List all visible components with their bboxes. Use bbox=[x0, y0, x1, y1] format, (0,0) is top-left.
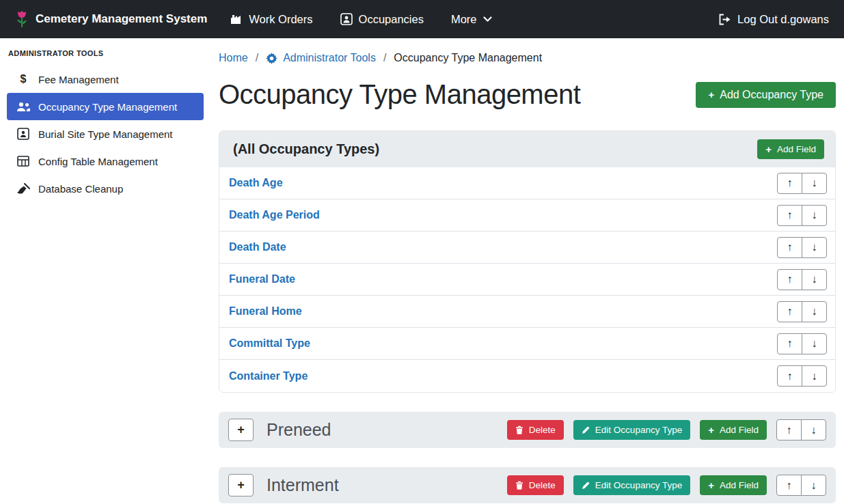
field-link[interactable]: Container Type bbox=[229, 370, 308, 382]
arrow-down-icon: ↓ bbox=[812, 370, 817, 382]
move-up-button[interactable]: ↑ bbox=[777, 301, 802, 322]
add-field-label: Add Field bbox=[777, 144, 816, 154]
section-title: Preneed bbox=[267, 420, 331, 440]
move-down-button[interactable]: ↓ bbox=[802, 237, 827, 258]
sidebar-item-label: Config Table Management bbox=[38, 156, 158, 167]
burial-site-icon bbox=[16, 128, 31, 140]
sidebar-item-occupancy-type-management[interactable]: Occupancy Type Management bbox=[7, 93, 204, 120]
sidebar-item-fee-management[interactable]: $ Fee Management bbox=[7, 66, 204, 93]
page-title: Occupancy Type Management bbox=[219, 79, 580, 110]
arrow-up-icon: ↑ bbox=[787, 177, 793, 189]
move-down-button[interactable]: ↓ bbox=[802, 173, 827, 194]
move-down-button[interactable]: ↓ bbox=[802, 333, 827, 354]
nav-item-work-orders[interactable]: Work Orders bbox=[230, 13, 312, 26]
move-up-button[interactable]: ↑ bbox=[776, 419, 802, 440]
move-up-button[interactable]: ↑ bbox=[777, 269, 802, 290]
nav-item-label: Occupancies bbox=[359, 13, 424, 26]
move-down-button[interactable]: ↓ bbox=[801, 475, 826, 496]
nav-item-occupancies[interactable]: Occupancies bbox=[340, 13, 424, 26]
add-field-button[interactable]: + Add Field bbox=[700, 475, 767, 495]
breadcrumb-separator: / bbox=[383, 52, 386, 64]
breadcrumb-current: Occupancy Type Management bbox=[394, 52, 542, 64]
sidebar: ADMINISTRATOR TOOLS $ Fee Management Occ… bbox=[0, 38, 210, 504]
add-occupancy-type-button[interactable]: + Add Occupancy Type bbox=[696, 82, 836, 108]
delete-button[interactable]: Delete bbox=[507, 420, 564, 440]
move-up-button[interactable]: ↑ bbox=[777, 333, 802, 354]
breadcrumb-admin-tools-link[interactable]: Administrator Tools bbox=[266, 52, 376, 64]
edit-occupancy-type-button[interactable]: Edit Occupancy Type bbox=[573, 420, 690, 440]
field-link[interactable]: Death Age bbox=[229, 177, 283, 189]
card-title: (All Occupancy Types) bbox=[233, 141, 379, 157]
add-field-label: Add Field bbox=[720, 425, 759, 435]
brand-link[interactable]: Cemetery Management System bbox=[15, 10, 207, 29]
arrow-up-icon: ↑ bbox=[787, 305, 793, 318]
logout-label: Log Out d.gowans bbox=[737, 13, 829, 26]
move-up-button[interactable]: ↑ bbox=[776, 475, 802, 496]
move-down-button[interactable]: ↓ bbox=[802, 205, 827, 226]
sidebar-item-database-cleanup[interactable]: Database Cleanup bbox=[7, 175, 204, 202]
move-down-button[interactable]: ↓ bbox=[802, 301, 827, 322]
pencil-icon bbox=[582, 426, 590, 434]
delete-button[interactable]: Delete bbox=[507, 475, 564, 495]
expand-button[interactable]: + bbox=[228, 474, 254, 496]
arrow-up-icon: ↑ bbox=[787, 209, 793, 221]
move-down-button[interactable]: ↓ bbox=[802, 269, 827, 290]
move-down-button[interactable]: ↓ bbox=[801, 419, 826, 440]
nav-links: Work Orders Occupancies More bbox=[230, 13, 491, 26]
arrow-up-icon: ↑ bbox=[787, 424, 792, 436]
plus-icon: + bbox=[708, 89, 714, 100]
plus-icon: + bbox=[708, 425, 714, 435]
sidebar-item-config-table-management[interactable]: Config Table Management bbox=[7, 148, 204, 175]
nav-item-label: More bbox=[451, 13, 477, 26]
move-up-button[interactable]: ↑ bbox=[777, 237, 802, 258]
gear-icon bbox=[266, 53, 277, 64]
sidebar-heading: ADMINISTRATOR TOOLS bbox=[0, 45, 210, 66]
move-up-button[interactable]: ↑ bbox=[777, 205, 802, 226]
section-preneed: + Preneed Delete Edit Occupancy Type + bbox=[219, 412, 836, 448]
delete-label: Delete bbox=[529, 480, 556, 490]
arrow-up-icon: ↑ bbox=[787, 370, 793, 382]
arrow-up-icon: ↑ bbox=[787, 479, 792, 492]
add-field-button[interactable]: + Add Field bbox=[700, 420, 767, 440]
field-link[interactable]: Funeral Home bbox=[229, 305, 302, 318]
sidebar-item-label: Burial Site Type Management bbox=[38, 128, 173, 140]
edit-occupancy-type-button[interactable]: Edit Occupancy Type bbox=[573, 475, 690, 495]
edit-label: Edit Occupancy Type bbox=[595, 480, 682, 490]
field-link[interactable]: Death Date bbox=[229, 241, 286, 253]
field-row: Death Age Period ↑ ↓ bbox=[219, 199, 835, 232]
move-down-button[interactable]: ↓ bbox=[802, 365, 827, 387]
field-link[interactable]: Committal Type bbox=[229, 337, 310, 350]
arrow-up-icon: ↑ bbox=[787, 273, 793, 285]
breadcrumb-separator: / bbox=[256, 52, 258, 64]
nav-item-more[interactable]: More bbox=[451, 13, 492, 26]
arrow-down-icon: ↓ bbox=[811, 479, 817, 492]
reorder-group: ↑ ↓ bbox=[777, 237, 827, 258]
sidebar-item-burial-site-type-management[interactable]: Burial Site Type Management bbox=[7, 120, 204, 148]
title-row: Occupancy Type Management + Add Occupanc… bbox=[219, 79, 836, 110]
field-link[interactable]: Death Age Period bbox=[229, 209, 320, 221]
trash-icon bbox=[515, 481, 523, 490]
breadcrumb-admin-tools-label: Administrator Tools bbox=[283, 52, 376, 64]
add-field-button[interactable]: + Add Field bbox=[757, 139, 824, 159]
reorder-group: ↑ ↓ bbox=[776, 475, 826, 496]
plus-icon: + bbox=[237, 423, 245, 437]
field-link[interactable]: Funeral Date bbox=[229, 273, 295, 285]
expand-button[interactable]: + bbox=[228, 419, 254, 441]
field-row: Funeral Date ↑ ↓ bbox=[219, 264, 835, 296]
field-row: Container Type ↑ ↓ bbox=[219, 360, 835, 392]
breadcrumb-home-link[interactable]: Home bbox=[219, 52, 248, 64]
section-actions: Delete Edit Occupancy Type + Add Field ↑… bbox=[507, 419, 826, 440]
pencil-icon bbox=[582, 481, 590, 490]
move-up-button[interactable]: ↑ bbox=[777, 365, 802, 387]
sidebar-item-label: Fee Management bbox=[38, 74, 119, 85]
tulip-icon bbox=[15, 10, 29, 29]
field-row: Death Age ↑ ↓ bbox=[219, 167, 835, 199]
sidebar-item-label: Occupancy Type Management bbox=[38, 101, 177, 113]
card-header: (All Occupancy Types) + Add Field bbox=[219, 131, 835, 167]
users-icon bbox=[16, 102, 31, 112]
arrow-down-icon: ↓ bbox=[812, 305, 817, 318]
move-up-button[interactable]: ↑ bbox=[777, 173, 802, 194]
top-navbar: Cemetery Management System Work Orders O… bbox=[0, 0, 844, 38]
main-content: Home / Administrator Tools / Occupancy T… bbox=[210, 38, 844, 504]
logout-link[interactable]: Log Out d.gowans bbox=[718, 13, 829, 26]
